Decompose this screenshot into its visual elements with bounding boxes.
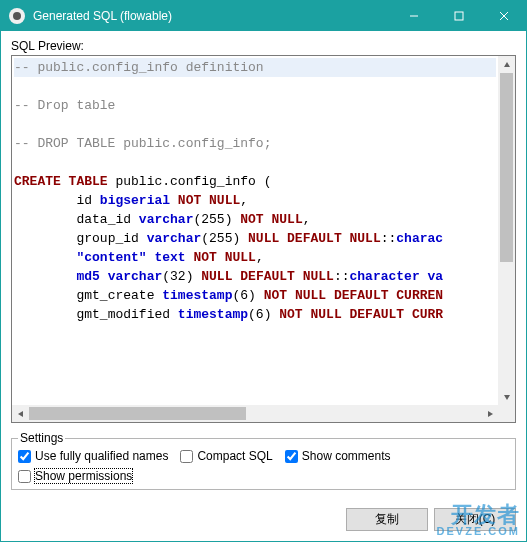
window-controls xyxy=(391,1,526,31)
compact-sql-input[interactable] xyxy=(180,450,193,463)
svg-marker-6 xyxy=(504,395,510,400)
horizontal-scrollbar[interactable] xyxy=(12,405,498,422)
svg-rect-2 xyxy=(455,12,463,20)
close-dialog-button[interactable]: 关闭(C) xyxy=(434,508,516,531)
show-permissions-input[interactable] xyxy=(18,470,31,483)
compact-sql-label: Compact SQL xyxy=(197,449,272,463)
maximize-button[interactable] xyxy=(436,1,481,31)
horizontal-scroll-thumb[interactable] xyxy=(29,407,246,420)
use-fqn-input[interactable] xyxy=(18,450,31,463)
show-comments-label: Show comments xyxy=(302,449,391,463)
show-permissions-label: Show permissions xyxy=(35,469,132,483)
close-button[interactable] xyxy=(481,1,526,31)
sql-preview-box: -- public.config_info definition -- Drop… xyxy=(11,55,516,423)
app-icon xyxy=(9,8,25,24)
scroll-down-button[interactable] xyxy=(498,388,515,405)
copy-button[interactable]: 复制 xyxy=(346,508,428,531)
settings-legend: Settings xyxy=(18,431,65,445)
svg-marker-7 xyxy=(18,411,23,417)
sql-text-area[interactable]: -- public.config_info definition -- Drop… xyxy=(12,56,498,405)
scroll-right-button[interactable] xyxy=(481,405,498,422)
vertical-scroll-track[interactable] xyxy=(498,73,515,388)
compact-sql-checkbox[interactable]: Compact SQL xyxy=(180,449,272,463)
scroll-corner xyxy=(498,405,515,422)
svg-point-0 xyxy=(13,12,21,20)
show-comments-input[interactable] xyxy=(285,450,298,463)
show-comments-checkbox[interactable]: Show comments xyxy=(285,449,391,463)
window-title: Generated SQL (flowable) xyxy=(33,9,391,23)
scroll-left-button[interactable] xyxy=(12,405,29,422)
button-bar: 复制 关闭(C) 开发者 DEVZE.COM xyxy=(1,500,526,541)
horizontal-scroll-track[interactable] xyxy=(29,405,481,422)
svg-marker-5 xyxy=(504,62,510,67)
vertical-scroll-thumb[interactable] xyxy=(500,73,513,262)
svg-marker-8 xyxy=(488,411,493,417)
content-area: SQL Preview: -- public.config_info defin… xyxy=(1,31,526,500)
use-fqn-checkbox[interactable]: Use fully qualified names xyxy=(18,449,168,463)
window-titlebar: Generated SQL (flowable) xyxy=(1,1,526,31)
vertical-scrollbar[interactable] xyxy=(498,56,515,405)
show-permissions-checkbox[interactable]: Show permissions xyxy=(18,469,132,483)
scroll-up-button[interactable] xyxy=(498,56,515,73)
settings-group: Settings Use fully qualified names Compa… xyxy=(11,431,516,490)
sql-preview-label: SQL Preview: xyxy=(11,39,516,53)
minimize-button[interactable] xyxy=(391,1,436,31)
use-fqn-label: Use fully qualified names xyxy=(35,449,168,463)
